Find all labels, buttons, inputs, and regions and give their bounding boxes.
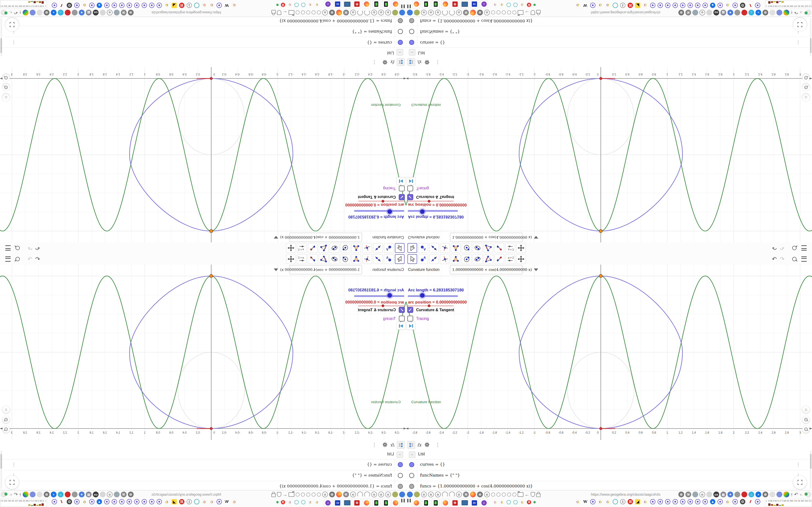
fx-icon[interactable]: fx (389, 59, 396, 66)
curvature-tangent-checkbox[interactable]: ✓ (407, 307, 413, 313)
tab-favicon-g[interactable]: G (164, 3, 169, 8)
extension-icon-plus-blue[interactable]: + (755, 10, 761, 15)
curvature-function-dropdown[interactable]: 1.000000000000 + cos(4.000000000000 x) (450, 265, 522, 274)
nav-ring-icon[interactable] (296, 11, 300, 15)
tool-point[interactable]: A (384, 254, 394, 264)
extension-icon-globe[interactable]: ⊕ (456, 492, 462, 497)
tab-favicon-ggb[interactable]: ⬟ (672, 499, 678, 504)
tab-favicon-ggb[interactable]: ⬟ (112, 3, 117, 8)
tool-angle[interactable]: α (319, 254, 328, 264)
algebra-row[interactable]: curves = {} ⋮ (406, 459, 807, 470)
zoom-out-button[interactable]: − (2, 74, 10, 81)
extension-icon-globe[interactable]: ⊕ (484, 10, 490, 15)
visibility-marble-cell[interactable] (395, 26, 406, 37)
extension-icon-rainbow[interactable] (23, 492, 29, 497)
tool-move[interactable] (395, 243, 405, 253)
menu-icon[interactable] (800, 244, 808, 251)
nav-ring-icon[interactable] (496, 11, 501, 15)
shield-icon[interactable] (277, 10, 281, 15)
app-card-floppy64[interactable]: 64 (470, 0, 478, 8)
search-icon[interactable] (14, 244, 21, 251)
zoom-in-button[interactable]: + (802, 416, 810, 423)
extension-icon-arc[interactable] (449, 10, 455, 15)
extension-icon-gear[interactable]: ⚙ (44, 10, 50, 15)
tab-favicon-ggb[interactable]: ⬟ (732, 499, 738, 504)
tab-favicon-ggb[interactable]: ⬟ (703, 3, 708, 8)
extension-icon-house-cyan[interactable]: ⌂ (58, 10, 63, 15)
app-card-monitor-blue[interactable] (461, 499, 469, 507)
extension-icon-egg[interactable] (100, 492, 106, 497)
tab-favicon-g[interactable]: G (209, 3, 214, 8)
tool-move[interactable] (395, 254, 405, 264)
extension-icon-gear[interactable]: ⚙ (678, 492, 684, 497)
extension-icon-globe[interactable]: ⊕ (322, 10, 328, 15)
undo-button[interactable]: ↶ (771, 244, 778, 251)
extension-icon-rainbow[interactable] (23, 10, 29, 15)
collapse-list-button[interactable]: − (409, 49, 415, 56)
tool-perpendicular-line[interactable] (440, 243, 450, 253)
tool-angle[interactable]: α (319, 243, 328, 253)
curvature-tangent-checkbox[interactable]: ✓ (399, 307, 405, 313)
tracing-checkbox[interactable] (399, 185, 405, 191)
nav-ring-icon[interactable] (491, 11, 495, 15)
visibility-marble[interactable] (398, 18, 403, 23)
undo-button[interactable]: ↶ (771, 256, 778, 263)
tab-favicon-info[interactable]: i (620, 3, 625, 8)
extension-icon-egg[interactable] (706, 10, 712, 15)
shield-icon[interactable] (531, 492, 535, 497)
extension-icon-bank[interactable]: ▤ (86, 10, 92, 15)
zoom-out-button[interactable]: − (2, 426, 10, 433)
extension-icon-compass-blue[interactable]: ✦ (79, 10, 85, 15)
fullscreen-button[interactable] (793, 475, 807, 489)
extension-icon-gear[interactable]: ⚙ (128, 492, 134, 497)
folder-icon[interactable] (289, 492, 294, 497)
extension-icon-globe[interactable]: ⊕ (428, 10, 434, 15)
tab-favicon-ggb[interactable]: ⬟ (134, 499, 140, 504)
extension-icon-globe[interactable]: ⊕ (435, 10, 441, 15)
app-card-battery[interactable] (382, 0, 390, 8)
back-arrow-icon[interactable]: ← (525, 492, 529, 497)
extension-icon-house-cyan[interactable]: ⌂ (749, 10, 754, 15)
redo-button[interactable]: ↷ (778, 244, 785, 251)
extension-icon-gear[interactable]: ⚙ (762, 10, 768, 15)
kebab-menu-icon[interactable]: ⋮ (371, 59, 378, 66)
tab-favicon-green[interactable] (534, 4, 536, 6)
undo-button[interactable]: ↶ (34, 256, 41, 263)
tab-favicon-g[interactable]: G (315, 3, 319, 7)
tab-favicon-ggb[interactable]: ⬟ (142, 3, 147, 8)
arc-position-slider-handle[interactable] (428, 200, 430, 203)
algebra-row-text[interactable]: curves = {} (420, 40, 445, 45)
app-card-firefox[interactable] (412, 499, 420, 507)
extension-icon-wrench[interactable]: ⚒ (463, 492, 469, 497)
tab-favicon-teal[interactable] (294, 3, 299, 7)
visibility-marble-cell[interactable] (406, 37, 417, 48)
tab-favicon-g[interactable]: G (725, 3, 730, 8)
algebra-row[interactable]: funcNames = {" "} ⋮ (5, 470, 406, 481)
extension-icon-olive[interactable] (392, 492, 398, 497)
app-card-battery[interactable] (372, 499, 380, 507)
tab-favicon-ggb[interactable]: ⬟ (89, 499, 95, 504)
tab-favicon-ggb[interactable]: ⬟ (126, 499, 132, 504)
visibility-marble-cell[interactable] (395, 37, 406, 48)
tab-favicon-ggb[interactable]: ⬟ (665, 499, 670, 504)
tab-favicon-photo[interactable]: ◢ (635, 499, 641, 504)
extension-icon-red-circle[interactable] (742, 492, 747, 497)
nav-ring-icon[interactable] (311, 11, 316, 15)
tool-circle-center-point[interactable] (462, 243, 471, 253)
tool-perpendicular-line[interactable] (362, 254, 372, 264)
tab-favicon-teal[interactable] (194, 499, 199, 504)
tab-favicon-photo[interactable]: ◢ (171, 3, 177, 8)
zoom-in-button[interactable]: + (2, 416, 10, 423)
extension-icon-arrow-up[interactable]: ↑ (19, 492, 21, 497)
tab-favicon-gear-dark[interactable]: ⚙ (740, 3, 745, 8)
tab-favicon-g[interactable]: G (232, 3, 237, 8)
extension-icon-pill[interactable] (37, 492, 43, 497)
extension-icon-house-cyan[interactable]: ⌂ (749, 492, 754, 497)
scrollbar-thumb[interactable] (810, 38, 812, 53)
extension-icon-egg[interactable] (706, 492, 712, 497)
extension-icon-barrel[interactable] (734, 492, 740, 497)
tab-favicon-g[interactable]: G (725, 499, 730, 504)
skip-forward-button[interactable] (396, 177, 406, 185)
tab-favicon-ggb[interactable]: ⬟ (157, 3, 162, 8)
extension-icon-puzzle[interactable] (692, 10, 698, 15)
